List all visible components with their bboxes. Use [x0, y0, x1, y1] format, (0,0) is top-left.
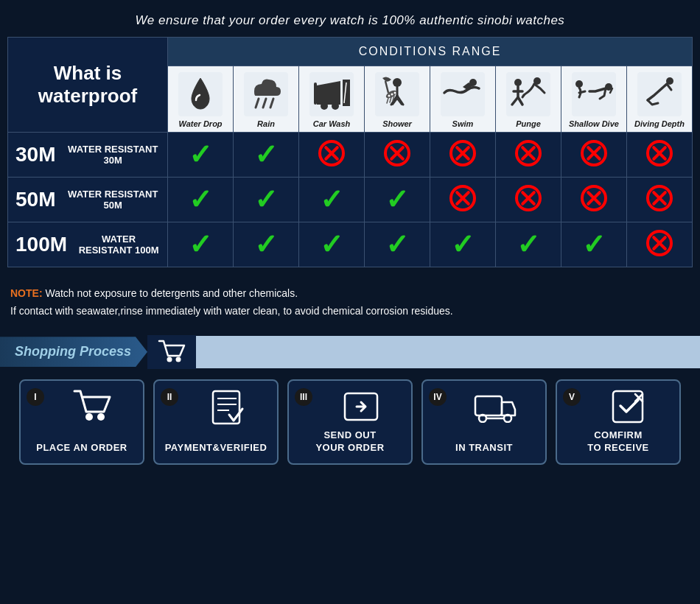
truck-step-icon — [451, 388, 539, 425]
cell-50m-diving-depth — [626, 178, 692, 222]
svg-rect-25 — [572, 72, 616, 116]
step-place-order[interactable]: I PLACE AN ORDER — [19, 379, 144, 465]
cell-50m-swim — [430, 178, 495, 222]
payment-step-icon — [183, 388, 271, 425]
svg-rect-6 — [314, 82, 317, 105]
col-rain: Rain — [234, 66, 299, 133]
row-100m-label: WATER RESISTANT 100M — [77, 233, 160, 256]
col-water-drop: Water Drop — [168, 66, 234, 133]
svg-rect-22 — [506, 72, 550, 116]
step-confirm-receive[interactable]: V COMFIRM TO RECEIVE — [556, 379, 681, 465]
conditions-range-header: CONDITIONS RANGE — [168, 38, 693, 66]
cell-100m-car-wash: ✓ — [299, 222, 365, 267]
row-50m-header: 50M WATER RESISTANT 50M — [8, 178, 168, 222]
cell-30m-car-wash — [299, 133, 365, 178]
swim-label: Swim — [433, 119, 492, 129]
row-30m: 30M WATER RESISTANT 30M ✓ ✓ — [8, 133, 693, 178]
step4-num: IV — [429, 388, 447, 406]
step-send-order[interactable]: III SEND OUT YOUR ORDER — [287, 379, 413, 465]
row-100m: 100M WATER RESISTANT 100M ✓ ✓ ✓ ✓ ✓ ✓ ✓ — [8, 222, 693, 267]
col-swim: Swim — [430, 66, 495, 133]
shopping-process-label: Shopping Process — [0, 337, 147, 367]
col-punge: Punge — [495, 66, 561, 133]
cell-100m-water-drop: ✓ — [168, 222, 234, 267]
confirm-step-icon — [585, 388, 673, 425]
cell-50m-rain: ✓ — [234, 178, 299, 222]
note-section: NOTE: Watch not exposure to detergents a… — [0, 275, 700, 328]
step4-label: IN TRANSIT — [455, 442, 513, 454]
cell-30m-punge — [495, 133, 561, 178]
cell-100m-diving-depth — [626, 222, 692, 267]
svg-point-32 — [85, 413, 93, 421]
cell-100m-rain: ✓ — [234, 222, 299, 267]
note-label: NOTE: — [10, 287, 43, 299]
car-wash-label: Car Wash — [302, 119, 361, 129]
step3-num: III — [295, 388, 312, 406]
shallow-dive-label: Shallow Dive — [564, 119, 623, 129]
row-30m-header: 30M WATER RESISTANT 30M — [8, 133, 168, 178]
svg-point-11 — [393, 78, 402, 87]
cell-30m-shallow-dive — [561, 133, 626, 178]
col-shallow-dive: Shallow Dive — [561, 66, 626, 133]
svg-point-16 — [393, 92, 396, 94]
step3-label: SEND OUT YOUR ORDER — [315, 429, 384, 454]
svg-point-33 — [97, 413, 105, 421]
svg-point-7 — [321, 102, 328, 110]
step2-label: PAYMENT&VERIFIED — [165, 442, 267, 454]
shopping-process-header: Shopping Process — [0, 335, 700, 369]
step1-label: PLACE AN ORDER — [36, 442, 127, 454]
svg-point-15 — [391, 94, 393, 96]
diving-depth-label: Diving Depth — [630, 119, 689, 129]
water-drop-label: Water Drop — [171, 119, 230, 129]
row-30m-depth: 30M — [15, 143, 61, 166]
svg-point-31 — [176, 357, 181, 362]
svg-rect-39 — [475, 396, 502, 415]
row-50m-depth: 50M — [15, 188, 61, 211]
col-shower: Shower — [365, 66, 430, 133]
svg-point-26 — [575, 80, 583, 88]
page-header: We ensure that your order every watch is… — [0, 0, 700, 37]
step5-num: V — [563, 388, 581, 406]
cell-50m-car-wash: ✓ — [299, 178, 365, 222]
punge-label: Punge — [499, 119, 558, 129]
cell-30m-shower — [365, 133, 430, 178]
cell-100m-shallow-dive: ✓ — [561, 222, 626, 267]
header-text: We ensure that your order every watch is… — [136, 13, 565, 27]
step1-num: I — [27, 388, 44, 406]
step-payment-verified[interactable]: II PAYMENT&VERIFIED — [153, 379, 279, 465]
cell-50m-water-drop: ✓ — [168, 178, 234, 222]
cell-50m-shower: ✓ — [365, 178, 430, 222]
shopping-cart-icon — [147, 335, 196, 369]
row-50m: 50M WATER RESISTANT 50M ✓ ✓ ✓ ✓ — [8, 178, 693, 222]
note-line1: NOTE: Watch not exposure to detergents a… — [10, 285, 690, 303]
cell-30m-rain: ✓ — [234, 133, 299, 178]
row-100m-depth: 100M — [15, 233, 73, 256]
svg-point-14 — [388, 95, 390, 97]
step2-num: II — [161, 388, 178, 406]
cell-100m-shower: ✓ — [365, 222, 430, 267]
shower-label: Shower — [368, 119, 427, 129]
cart-step-icon — [49, 388, 137, 425]
cell-30m-swim — [430, 133, 495, 178]
waterproof-section: What is waterproof CONDITIONS RANGE Wate… — [0, 37, 700, 275]
shopping-process-bar — [196, 336, 700, 368]
what-is-waterproof-label: What is waterproof — [8, 38, 168, 133]
cell-30m-diving-depth — [626, 133, 692, 178]
row-100m-header: 100M WATER RESISTANT 100M — [8, 222, 168, 267]
step-in-transit[interactable]: IV IN TRANSIT — [421, 379, 547, 465]
svg-rect-20 — [441, 72, 485, 116]
cell-30m-water-drop: ✓ — [168, 133, 234, 178]
row-50m-label: WATER RESISTANT 50M — [66, 189, 160, 211]
note-line2: If contact with seawater,rinse immediate… — [10, 303, 690, 320]
cell-50m-shallow-dive — [561, 178, 626, 222]
cell-100m-swim: ✓ — [430, 222, 495, 267]
row-30m-label: WATER RESISTANT 30M — [66, 144, 160, 166]
svg-point-30 — [167, 357, 172, 362]
svg-point-8 — [332, 102, 339, 110]
waterproof-table: What is waterproof CONDITIONS RANGE Wate… — [7, 37, 693, 267]
cell-50m-punge — [495, 178, 561, 222]
col-diving-depth: Diving Depth — [626, 66, 692, 133]
rain-label: Rain — [237, 119, 295, 129]
svg-rect-28 — [637, 72, 682, 116]
col-car-wash: Car Wash — [299, 66, 365, 133]
